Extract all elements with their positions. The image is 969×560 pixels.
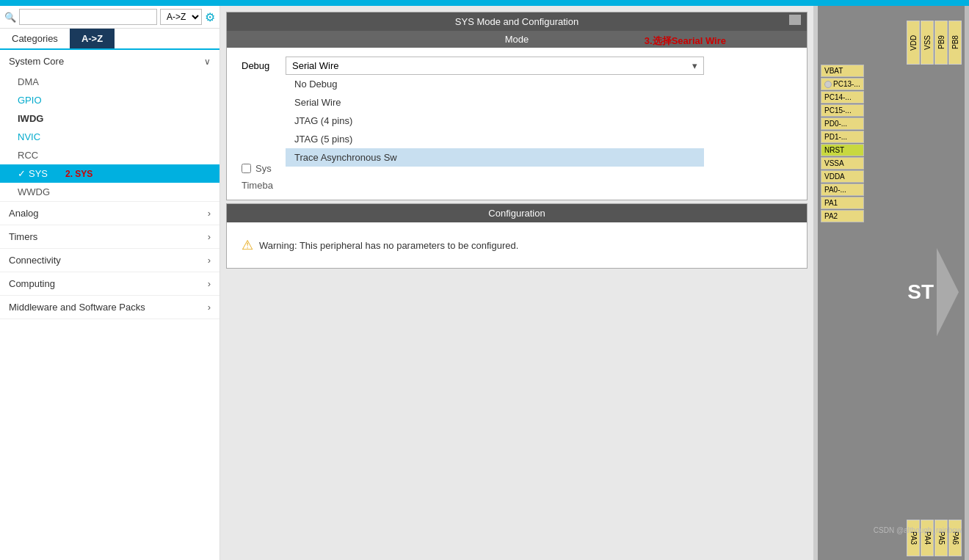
pin-vssa: VSSA <box>821 157 864 170</box>
dropdown-option-serial-wire[interactable]: Serial Wire <box>286 93 704 112</box>
sidebar-item-analog[interactable]: Analog › <box>0 202 219 225</box>
debug-dropdown[interactable]: No Debug Serial Wire JTAG (4 pins) JTAG … <box>286 75 704 167</box>
sidebar-item-rcc[interactable]: RCC <box>0 146 219 164</box>
sys-checkbox-label: Sys <box>255 163 272 174</box>
csdn-footer: CSDN @although_rainbow <box>874 526 962 534</box>
pin-pd0: PD0-... <box>821 117 864 130</box>
timeba-label: Timeba <box>242 180 273 191</box>
sidebar-item-nvic[interactable]: NVIC <box>0 128 219 146</box>
computing-label: Computing <box>9 278 55 289</box>
system-core-chevron: ∨ <box>204 57 211 67</box>
dropdown-option-trace[interactable]: Trace Asynchronous Sw <box>286 148 704 167</box>
pin-top-vdd: VDD <box>907 21 920 65</box>
middleware-label: Middleware and Software Packs <box>9 302 145 313</box>
timers-chevron: › <box>208 231 211 242</box>
pin-pa2: PA2 <box>821 210 864 222</box>
sidebar-item-sys[interactable]: ✓ SYS 2. SYS <box>0 164 219 183</box>
connectivity-label: Connectivity <box>9 255 61 266</box>
config-header: Configuration <box>488 208 545 219</box>
debug-dropdown-arrow: ▾ <box>692 60 697 71</box>
sidebar-item-middleware[interactable]: Middleware and Software Packs › <box>0 296 219 319</box>
mode-header: Mode <box>505 34 529 45</box>
wwdg-label: WWDG <box>18 186 50 197</box>
tab-categories[interactable]: Categories <box>0 29 70 48</box>
sidebar-item-connectivity[interactable]: Connectivity › <box>0 249 219 272</box>
sidebar-item-dma[interactable]: DMA <box>0 73 219 91</box>
gpio-label: GPIO <box>18 95 42 106</box>
right-resize[interactable] <box>965 6 969 560</box>
annotation-2: 2. SYS <box>65 169 92 179</box>
warning-text: Warning: This peripheral has no paramete… <box>259 240 518 251</box>
pin-pd1: PD1-... <box>821 131 864 143</box>
pin-bottom-pa3: PA3 <box>907 520 920 556</box>
pin-top-vss: VSS <box>921 21 934 65</box>
pin-bottom-pa4: PA4 <box>921 520 934 556</box>
analog-label: Analog <box>9 208 38 219</box>
search-input[interactable] <box>19 9 157 25</box>
pin-pa0: PA0-... <box>821 183 864 196</box>
dropdown-option-no-debug[interactable]: No Debug <box>286 75 704 93</box>
connectivity-chevron: › <box>208 255 211 266</box>
sys-checkmark: ✓ <box>18 168 26 179</box>
minimize-button[interactable] <box>789 15 801 25</box>
sidebar-item-iwdg[interactable]: IWDG <box>0 109 219 128</box>
sidebar-item-gpio[interactable]: GPIO <box>0 91 219 109</box>
pin-pc14: PC14-... <box>821 91 864 103</box>
search-dropdown[interactable]: A->Z <box>160 9 202 25</box>
tab-az[interactable]: A->Z <box>70 29 115 48</box>
st-label: ST <box>907 280 934 304</box>
sidebar-item-wwdg[interactable]: WWDG <box>0 183 219 201</box>
pin-top-pb9: PB9 <box>934 21 948 65</box>
pin-bottom-pa5: PA5 <box>934 520 948 556</box>
pin-pc13: PC13-... <box>821 78 864 90</box>
sys-checkbox[interactable] <box>242 164 251 173</box>
pin-top-pb8: PB8 <box>948 21 962 65</box>
dropdown-option-jtag-4[interactable]: JTAG (4 pins) <box>286 112 704 130</box>
nvic-label: NVIC <box>18 131 40 142</box>
computing-chevron: › <box>208 278 211 289</box>
sys-label: SYS <box>29 168 48 179</box>
system-core-label: System Core <box>9 56 64 67</box>
debug-value: Serial Wire <box>292 60 692 71</box>
pin-vdda: VDDA <box>821 170 864 183</box>
system-core-header[interactable]: System Core ∨ <box>0 50 219 73</box>
pin-pc15: PC15-... <box>821 104 864 117</box>
dropdown-option-jtag-5[interactable]: JTAG (5 pins) <box>286 130 704 148</box>
gear-icon[interactable]: ⚙ <box>205 10 215 24</box>
rcc-label: RCC <box>18 150 38 161</box>
debug-select[interactable]: Serial Wire ▾ <box>286 57 704 75</box>
iwdg-label: IWDG <box>18 113 43 124</box>
sidebar-item-computing[interactable]: Computing › <box>0 272 219 296</box>
panel-title: SYS Mode and Configuration <box>455 16 578 27</box>
dma-label: DMA <box>18 76 39 87</box>
debug-label: Debug <box>242 57 278 71</box>
warning-row: ⚠ Warning: This peripheral has no parame… <box>242 237 792 253</box>
warning-icon: ⚠ <box>242 237 253 253</box>
sidebar-item-timers[interactable]: Timers › <box>0 225 219 249</box>
pin-vbat: VBAT <box>821 65 864 77</box>
search-icon: 🔍 <box>4 12 16 23</box>
timers-label: Timers <box>9 231 37 242</box>
analog-chevron: › <box>208 208 211 219</box>
pin-pa1: PA1 <box>821 197 864 209</box>
pin-bottom-pa6: PA6 <box>948 520 962 556</box>
pin-nrst: NRST <box>821 144 864 156</box>
middleware-chevron: › <box>208 302 211 313</box>
